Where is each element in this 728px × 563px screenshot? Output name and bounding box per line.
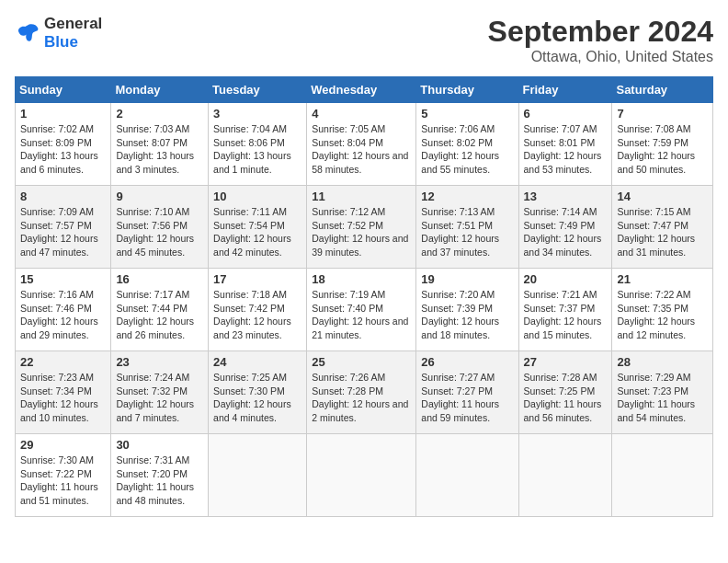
weekday-header-sunday: Sunday [16, 77, 111, 103]
day-number: 10 [213, 190, 301, 203]
weekday-header-row: SundayMondayTuesdayWednesdayThursdayFrid… [16, 77, 713, 103]
daylight-text: Daylight: 12 hours and 37 minutes. [421, 232, 513, 259]
day-info: Sunrise: 7:15 AM Sunset: 7:47 PM Dayligh… [617, 205, 708, 259]
day-info: Sunrise: 7:29 AM Sunset: 7:23 PM Dayligh… [617, 371, 708, 425]
day-number: 29 [20, 438, 106, 452]
calendar-cell: 21 Sunrise: 7:22 AM Sunset: 7:35 PM Dayl… [612, 269, 713, 351]
daylight-text: Daylight: 12 hours and 21 minutes. [312, 315, 411, 341]
calendar-cell: 3 Sunrise: 7:04 AM Sunset: 8:06 PM Dayli… [209, 103, 307, 186]
day-number: 12 [421, 190, 513, 203]
day-number: 24 [213, 355, 301, 369]
calendar-week-row: 29 Sunrise: 7:30 AM Sunset: 7:22 PM Dayl… [16, 434, 713, 517]
day-info: Sunrise: 7:17 AM Sunset: 7:44 PM Dayligh… [116, 288, 203, 342]
daylight-text: Daylight: 12 hours and 42 minutes. [213, 232, 301, 259]
daylight-text: Daylight: 12 hours and 15 minutes. [524, 315, 608, 341]
sunrise-text: Sunrise: 7:18 AM [213, 288, 301, 302]
sunset-text: Sunset: 8:06 PM [213, 136, 301, 150]
sunset-text: Sunset: 7:57 PM [20, 219, 106, 233]
daylight-text: Daylight: 12 hours and 58 minutes. [312, 149, 411, 176]
day-info: Sunrise: 7:08 AM Sunset: 7:59 PM Dayligh… [617, 122, 708, 177]
sunrise-text: Sunrise: 7:26 AM [312, 371, 411, 385]
day-info: Sunrise: 7:05 AM Sunset: 8:04 PM Dayligh… [312, 122, 411, 177]
calendar-cell: 1 Sunrise: 7:02 AM Sunset: 8:09 PM Dayli… [16, 103, 111, 186]
day-number: 9 [116, 190, 203, 203]
day-number: 11 [312, 190, 411, 203]
daylight-text: Daylight: 11 hours and 56 minutes. [524, 397, 608, 424]
calendar-cell: 13 Sunrise: 7:14 AM Sunset: 7:49 PM Dayl… [518, 186, 612, 269]
day-number: 25 [312, 355, 411, 369]
sunset-text: Sunset: 7:39 PM [421, 302, 513, 316]
sunset-text: Sunset: 7:32 PM [116, 385, 203, 398]
day-info: Sunrise: 7:23 AM Sunset: 7:34 PM Dayligh… [20, 371, 106, 425]
calendar-cell [416, 434, 518, 517]
sunrise-text: Sunrise: 7:04 AM [213, 122, 301, 136]
calendar-cell: 2 Sunrise: 7:03 AM Sunset: 8:07 PM Dayli… [111, 103, 209, 186]
sunrise-text: Sunrise: 7:23 AM [20, 371, 106, 385]
calendar-cell [612, 434, 713, 517]
day-info: Sunrise: 7:11 AM Sunset: 7:54 PM Dayligh… [213, 205, 301, 259]
day-number: 28 [617, 355, 708, 369]
day-number: 1 [20, 107, 106, 121]
sunrise-text: Sunrise: 7:09 AM [20, 205, 106, 219]
location-title: Ottawa, Ohio, United States [488, 49, 713, 65]
calendar-cell: 30 Sunrise: 7:31 AM Sunset: 7:20 PM Dayl… [111, 434, 209, 517]
sunset-text: Sunset: 7:54 PM [213, 219, 301, 233]
title-area: September 2024 Ottawa, Ohio, United Stat… [488, 15, 713, 65]
sunrise-text: Sunrise: 7:03 AM [116, 122, 203, 136]
daylight-text: Daylight: 11 hours and 59 minutes. [421, 397, 513, 424]
sunrise-text: Sunrise: 7:16 AM [20, 288, 106, 302]
daylight-text: Daylight: 12 hours and 39 minutes. [312, 232, 411, 259]
sunrise-text: Sunrise: 7:17 AM [116, 288, 203, 302]
sunset-text: Sunset: 7:30 PM [213, 385, 301, 398]
daylight-text: Daylight: 12 hours and 2 minutes. [312, 397, 411, 424]
sunset-text: Sunset: 7:23 PM [617, 385, 708, 398]
daylight-text: Daylight: 11 hours and 51 minutes. [20, 480, 106, 507]
day-info: Sunrise: 7:20 AM Sunset: 7:39 PM Dayligh… [421, 288, 513, 342]
day-info: Sunrise: 7:02 AM Sunset: 8:09 PM Dayligh… [20, 122, 106, 177]
day-number: 23 [116, 355, 203, 369]
calendar-cell: 6 Sunrise: 7:07 AM Sunset: 8:01 PM Dayli… [518, 103, 612, 186]
calendar-cell: 18 Sunrise: 7:19 AM Sunset: 7:40 PM Dayl… [307, 269, 416, 351]
sunset-text: Sunset: 7:37 PM [524, 302, 608, 316]
daylight-text: Daylight: 12 hours and 55 minutes. [421, 149, 513, 176]
calendar-cell: 14 Sunrise: 7:15 AM Sunset: 7:47 PM Dayl… [612, 186, 713, 269]
sunset-text: Sunset: 7:35 PM [617, 302, 708, 316]
logo-text: General Blue [44, 15, 102, 52]
daylight-text: Daylight: 12 hours and 4 minutes. [213, 397, 301, 424]
calendar-cell: 26 Sunrise: 7:27 AM Sunset: 7:27 PM Dayl… [416, 351, 518, 434]
calendar-cell: 8 Sunrise: 7:09 AM Sunset: 7:57 PM Dayli… [16, 186, 111, 269]
day-number: 27 [524, 355, 608, 369]
day-info: Sunrise: 7:07 AM Sunset: 8:01 PM Dayligh… [524, 122, 608, 177]
day-number: 18 [312, 272, 411, 286]
day-info: Sunrise: 7:09 AM Sunset: 7:57 PM Dayligh… [20, 205, 106, 259]
sunset-text: Sunset: 7:28 PM [312, 385, 411, 398]
day-info: Sunrise: 7:26 AM Sunset: 7:28 PM Dayligh… [312, 371, 411, 425]
daylight-text: Daylight: 13 hours and 6 minutes. [20, 149, 106, 176]
sunset-text: Sunset: 7:52 PM [312, 219, 411, 233]
sunset-text: Sunset: 7:22 PM [20, 467, 106, 481]
day-number: 16 [116, 272, 203, 286]
day-number: 6 [524, 107, 608, 121]
daylight-text: Daylight: 11 hours and 48 minutes. [116, 480, 203, 507]
calendar-cell: 12 Sunrise: 7:13 AM Sunset: 7:51 PM Dayl… [416, 186, 518, 269]
day-number: 19 [421, 272, 513, 286]
calendar-week-row: 15 Sunrise: 7:16 AM Sunset: 7:46 PM Dayl… [16, 269, 713, 351]
calendar-cell: 5 Sunrise: 7:06 AM Sunset: 8:02 PM Dayli… [416, 103, 518, 186]
calendar-cell: 11 Sunrise: 7:12 AM Sunset: 7:52 PM Dayl… [307, 186, 416, 269]
day-info: Sunrise: 7:19 AM Sunset: 7:40 PM Dayligh… [312, 288, 411, 342]
weekday-header-tuesday: Tuesday [209, 77, 307, 103]
sunset-text: Sunset: 7:27 PM [421, 385, 513, 398]
sunrise-text: Sunrise: 7:31 AM [116, 454, 203, 467]
daylight-text: Daylight: 12 hours and 7 minutes. [116, 397, 203, 424]
day-info: Sunrise: 7:14 AM Sunset: 7:49 PM Dayligh… [524, 205, 608, 259]
logo: General Blue [15, 15, 102, 52]
sunset-text: Sunset: 7:34 PM [20, 385, 106, 398]
day-number: 13 [524, 190, 608, 203]
daylight-text: Daylight: 12 hours and 53 minutes. [524, 149, 608, 176]
sunrise-text: Sunrise: 7:14 AM [524, 205, 608, 219]
sunset-text: Sunset: 7:47 PM [617, 219, 708, 233]
daylight-text: Daylight: 13 hours and 3 minutes. [116, 149, 203, 176]
day-info: Sunrise: 7:04 AM Sunset: 8:06 PM Dayligh… [213, 122, 301, 177]
sunrise-text: Sunrise: 7:20 AM [421, 288, 513, 302]
calendar-cell: 10 Sunrise: 7:11 AM Sunset: 7:54 PM Dayl… [209, 186, 307, 269]
